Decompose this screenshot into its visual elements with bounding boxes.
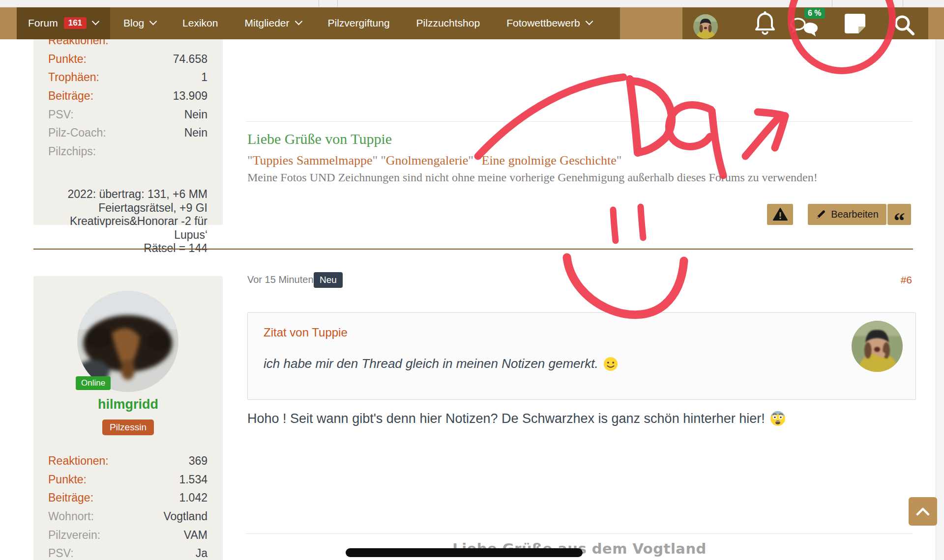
stat-row: PSV: Ja [33, 544, 223, 560]
nav-item-label: Fotowettbewerb [506, 17, 580, 29]
stat-label[interactable]: Punkte: [48, 53, 87, 66]
stat-value: Vogtland [163, 510, 207, 523]
author-stats-panel-top: Reaktionen: Punkte: 74.658 Trophäen: 1 B… [33, 30, 223, 225]
signature-greeting: Liebe Grüße von Tuppie [247, 131, 392, 147]
signature-link[interactable]: Eine gnolmige Geschichte [476, 153, 622, 168]
nav-item[interactable]: Blog [110, 7, 169, 39]
stat-label[interactable]: Beiträge: [48, 491, 93, 504]
scrollbar-track[interactable] [936, 39, 944, 560]
stat-row: Beiträge: 13.909 [33, 87, 223, 106]
signature-links: Tuppies SammelmappeGnolmengalerieEine gn… [247, 153, 624, 168]
tuppie-avatar-image [693, 14, 718, 39]
report-button[interactable] [767, 204, 793, 225]
post-timestamp: Vor 15 Minuten [247, 274, 314, 285]
strip-divider [832, 0, 832, 7]
stat-label: Pilzchips: [48, 145, 96, 158]
stat-row: Pilz-Coach: Nein [33, 124, 223, 142]
stat-row: Beiträge: 1.042 [33, 489, 223, 507]
post-body-text: Hoho ! Seit wann gibt's denn hier Notize… [247, 411, 765, 426]
pencil-icon [816, 209, 826, 220]
user-rank: Pilzessin [33, 420, 223, 435]
chevron-down-icon [92, 18, 100, 26]
nav-spacer [620, 7, 682, 39]
nav-item[interactable]: Mitglieder [231, 7, 314, 39]
stat-value: 369 [189, 454, 207, 468]
conversations-button[interactable] [790, 18, 819, 39]
nav-item-label: Pilzvergiftung [328, 17, 390, 29]
pilzchips-line: 2022: übertrag: 131, +6 MM [33, 188, 207, 201]
stat-row: Trophäen: 1 [33, 68, 223, 87]
quoted-text: ich habe mir den Thread gleich in meinen… [264, 356, 598, 371]
post-number-link[interactable]: #6 [865, 274, 912, 286]
stat-label[interactable]: Trophäen: [48, 71, 99, 84]
footer-divider [246, 533, 913, 534]
stat-label[interactable]: Punkte: [48, 473, 87, 486]
signature-disclaimer: Meine Fotos UND Zeichnungen sind nicht o… [247, 171, 818, 184]
profile-avatar-button[interactable] [693, 14, 718, 39]
stat-value: 1 [201, 71, 207, 84]
search-icon [893, 14, 915, 36]
chevron-down-icon [149, 18, 157, 26]
stat-value: 1.042 [179, 491, 207, 504]
signature-link[interactable]: Gnolmengalerie [381, 153, 473, 168]
stat-row: Punkte: 74.658 [33, 50, 223, 69]
edit-button-label: Bearbeiten [831, 209, 879, 220]
edit-button[interactable]: Bearbeiten [808, 204, 886, 225]
pilzchips-details: 2022: übertrag: 131, +6 MMFeiertagsrätse… [33, 188, 223, 255]
nav-item-label: Pilzzuchtshop [416, 17, 480, 29]
redaction-marker [346, 548, 583, 557]
online-badge: Online [76, 376, 111, 390]
nav-item-label: Forum [28, 17, 58, 29]
stat-value: VAM [184, 529, 207, 542]
quote-source-link[interactable]: Zitat von Tuppie [264, 326, 348, 339]
pilzchips-line: Feiertagsrätsel, +9 GI [33, 201, 207, 215]
stat-row: Reaktionen: 369 [33, 452, 223, 471]
stat-row: Wohnort: Vogtland [33, 507, 223, 526]
signature-link[interactable]: Tuppies Sammelmappe [247, 153, 378, 168]
pilzchips-line: Kreativpreis&Honorar -2 für Lupus‘ [33, 215, 207, 242]
chevron-down-icon [295, 18, 302, 26]
strip-divider [903, 0, 903, 7]
stat-label[interactable]: Reaktionen: [48, 454, 109, 468]
scroll-to-top-button[interactable] [909, 497, 937, 526]
stat-label[interactable]: Beiträge: [48, 89, 93, 103]
nav-item[interactable]: Lexikon [169, 7, 231, 39]
forum-page: Reaktionen: Punkte: 74.658 Trophäen: 1 B… [0, 0, 944, 560]
stat-row: PSV: Nein [33, 105, 223, 124]
nav-item-label: Mitglieder [244, 17, 289, 29]
stat-value: Nein [184, 126, 207, 140]
stat-row: Pilzverein: VAM [33, 526, 223, 544]
chevron-up-icon [915, 507, 930, 516]
strip-divider [319, 0, 319, 7]
post-separator [33, 249, 913, 250]
nav-item[interactable]: Forum 161 [17, 7, 110, 39]
stat-value: Nein [184, 108, 207, 121]
nav-spacer [928, 7, 944, 39]
quote-author-avatar[interactable] [852, 321, 903, 372]
username-link[interactable]: hilmgridd [33, 397, 223, 412]
stat-value: 1.534 [179, 473, 207, 486]
notifications-button[interactable] [754, 11, 776, 38]
bell-icon [754, 11, 776, 36]
stat-label: Pilzverein: [48, 529, 100, 542]
new-badge: Neu [314, 272, 343, 288]
signature-divider [246, 121, 913, 122]
stat-label: Wohnort: [48, 510, 94, 523]
fearful-emoji [770, 411, 786, 426]
nav-item[interactable]: Pilzvergiftung [315, 7, 403, 39]
nav-item[interactable]: Fotowettbewerb [493, 7, 605, 39]
strip-divider [337, 0, 338, 7]
author-stats-panel-bottom: Online hilmgridd Pilzessin Reaktionen: 3… [33, 276, 223, 560]
nav-item[interactable]: Pilzzuchtshop [403, 7, 494, 39]
storage-percent-badge: 6 % [804, 8, 825, 19]
quote-button[interactable]: “ [887, 204, 911, 225]
note-page-icon [843, 13, 867, 35]
nav-item-label: Blog [123, 17, 144, 29]
chevron-down-icon [585, 18, 593, 26]
search-button[interactable] [893, 14, 915, 38]
rank-badge: Pilzessin [102, 420, 154, 435]
notes-button[interactable] [843, 13, 867, 37]
stat-label: PSV: [48, 547, 74, 560]
nav-spacer [0, 7, 17, 39]
stat-value: 74.658 [173, 53, 207, 66]
